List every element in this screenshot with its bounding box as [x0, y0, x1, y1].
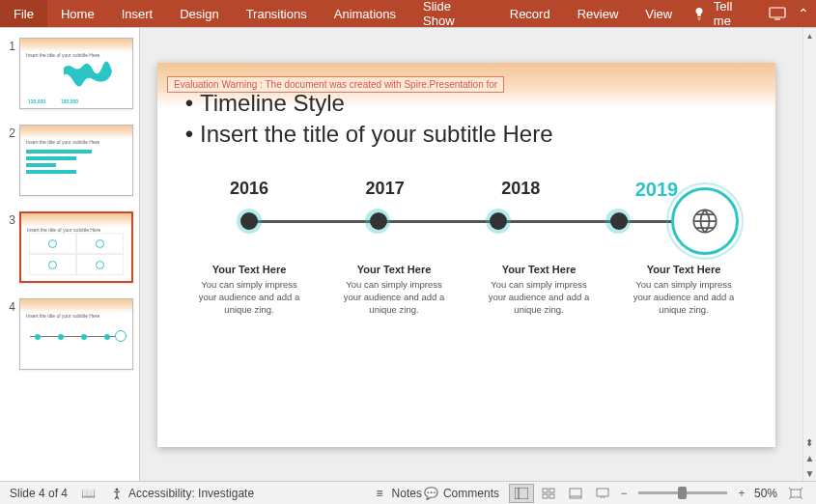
tab-review[interactable]: Review — [564, 0, 633, 27]
thumbnail-4[interactable]: 4 Insert the title of your subtitle Here — [0, 294, 139, 381]
vertical-scrollbar[interactable]: ▲ ⬍ ▲ ▼ — [802, 28, 816, 481]
tab-insert[interactable]: Insert — [108, 0, 167, 27]
view-sorter-button[interactable] — [536, 484, 561, 503]
svg-rect-0 — [770, 8, 785, 17]
thumbnail-2[interactable]: 2 Insert the title of your subtitle Here — [0, 121, 139, 208]
zoom-slider[interactable] — [638, 491, 727, 494]
thumb-num: 3 — [0, 211, 19, 283]
comments-icon: 💬 — [424, 486, 438, 500]
timeline-text-4: Your Text HereYou can simply impress you… — [631, 264, 737, 317]
thumb-slide: Insert the title of your subtitle Here 1… — [19, 38, 133, 109]
tab-animations[interactable]: Animations — [321, 0, 409, 27]
book-icon: 📖 — [81, 486, 96, 500]
thumb-num: 4 — [0, 298, 19, 370]
fit-window-button[interactable] — [783, 484, 808, 503]
thumbnail-1[interactable]: 1 Insert the title of your subtitle Here… — [0, 34, 139, 121]
fit-icon — [789, 488, 802, 499]
share-icon[interactable] — [765, 0, 791, 27]
view-slideshow-button[interactable] — [590, 484, 615, 503]
scroll-up-icon[interactable]: ▲ — [803, 28, 816, 43]
reading-view-icon — [569, 488, 582, 499]
year-2016: 2016 — [196, 179, 302, 201]
thumb-slide: Insert the title of your subtitle Here — [19, 125, 133, 196]
svg-rect-12 — [791, 490, 801, 497]
next-slide-down-icon[interactable]: ▼ — [805, 468, 815, 479]
thumb-slide: Insert the title of your subtitle Here — [19, 298, 133, 370]
notes-icon: ≡ — [373, 486, 387, 500]
slideshow-view-icon — [596, 488, 609, 499]
thumb-num: 1 — [0, 38, 19, 109]
year-2017: 2017 — [332, 179, 438, 201]
tab-record[interactable]: Record — [496, 0, 564, 27]
timeline-text-3: Your Text HereYou can simply impress you… — [486, 264, 592, 317]
tab-home[interactable]: Home — [47, 0, 108, 27]
zoom-handle[interactable] — [678, 487, 687, 499]
tab-file[interactable]: File — [0, 0, 47, 27]
timeline-line — [249, 220, 679, 223]
thumbnail-panel: 1 Insert the title of your subtitle Here… — [0, 28, 140, 481]
ribbon: File Home Insert Design Transitions Anim… — [0, 0, 816, 27]
next-slide-up-icon[interactable]: ▲ — [805, 453, 815, 463]
tellme[interactable]: Tell me — [712, 0, 765, 27]
accessibility-button[interactable]: Accessibility: Investigate — [109, 486, 254, 500]
zoom-in-button[interactable]: + — [735, 487, 748, 500]
svg-rect-5 — [543, 489, 548, 492]
tab-slideshow[interactable]: Slide Show — [409, 0, 496, 27]
globe-icon — [671, 187, 739, 255]
main-area: 1 Insert the title of your subtitle Here… — [0, 27, 816, 481]
normal-view-icon — [515, 488, 528, 499]
view-normal-button[interactable] — [509, 484, 534, 503]
thumb-slide: Insert the title of your subtitle Here — [19, 211, 133, 283]
svg-rect-8 — [549, 494, 554, 498]
svg-rect-11 — [597, 489, 608, 496]
timeline: 2016 2017 2018 2019 Your Text HereYou ca… — [157, 179, 775, 317]
thumb-num: 2 — [0, 125, 19, 196]
timeline-text-1: Your Text HereYou can simply impress you… — [196, 264, 302, 317]
tab-transitions[interactable]: Transitions — [233, 0, 321, 27]
statusbar: Slide 4 of 4 📖 Accessibility: Investigat… — [0, 481, 816, 504]
notes-button[interactable]: ≡Notes — [373, 486, 422, 500]
year-2018: 2018 — [467, 179, 574, 201]
svg-point-2 — [115, 488, 118, 490]
language-button[interactable]: 📖 — [81, 486, 96, 500]
zoom-level[interactable]: 50% — [754, 487, 777, 500]
slide-title: •Timeline Style — [184, 90, 345, 117]
svg-rect-7 — [543, 494, 548, 498]
slide-canvas[interactable]: Evaluation Warning : The document was cr… — [140, 28, 802, 481]
tab-design[interactable]: Design — [166, 0, 232, 27]
accessibility-icon — [109, 486, 124, 500]
collapse-ribbon-icon[interactable]: ⌃ — [790, 0, 816, 27]
tab-view[interactable]: View — [632, 0, 686, 27]
slide-subtitle: •Insert the title of your subtitle Here — [184, 121, 553, 148]
svg-rect-6 — [549, 489, 554, 492]
prev-slide-icon[interactable]: ⬍ — [805, 437, 813, 448]
svg-point-1 — [693, 210, 716, 232]
slide: Evaluation Warning : The document was cr… — [157, 63, 775, 447]
map-icon — [59, 60, 127, 91]
view-reading-button[interactable] — [563, 484, 588, 503]
zoom-out-button[interactable]: − — [617, 487, 631, 500]
svg-rect-3 — [515, 488, 528, 499]
sorter-view-icon — [542, 488, 555, 499]
thumbnail-3[interactable]: 3 Insert the title of your subtitle Here — [0, 208, 139, 294]
timeline-text-2: Your Text HereYou can simply impress you… — [341, 264, 447, 317]
slide-counter: Slide 4 of 4 — [10, 487, 68, 500]
lightbulb-icon — [686, 0, 712, 27]
comments-button[interactable]: 💬Comments — [424, 486, 499, 500]
